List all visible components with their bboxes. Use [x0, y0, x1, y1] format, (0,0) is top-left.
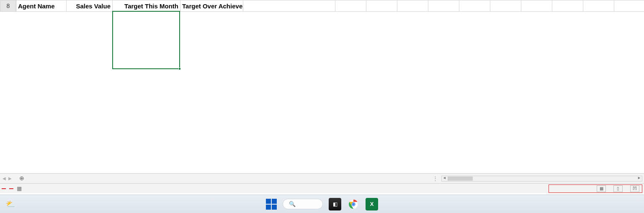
cell-empty[interactable]: [490, 0, 521, 12]
new-sheet-button[interactable]: ⊕: [14, 174, 29, 183]
weather-icon: ⛅: [6, 200, 15, 209]
weather-widget[interactable]: ⛅: [0, 200, 18, 209]
cell-empty[interactable]: [583, 0, 614, 12]
status-bar: ▦ ▦ ▯ 凹: [0, 183, 644, 193]
taskbar-search[interactable]: 🔍: [283, 199, 323, 209]
sheet-tab-bar: ◀ ▶ ⊕ ⋮: [0, 173, 644, 183]
horizontal-scrollbar[interactable]: [441, 176, 642, 182]
cell-empty[interactable]: [552, 0, 583, 12]
cell-empty[interactable]: [397, 0, 428, 12]
cell-E8[interactable]: [243, 0, 335, 12]
excel-icon[interactable]: X: [366, 198, 378, 210]
fill-handle[interactable]: [178, 68, 181, 70]
cell-empty[interactable]: [335, 0, 366, 12]
cell-empty[interactable]: [366, 0, 397, 12]
status-stats: ▦ ▯ 凹: [549, 184, 642, 193]
start-button[interactable]: [266, 199, 277, 210]
macro-record-icon[interactable]: ▦: [17, 185, 22, 192]
status-ready: [2, 188, 6, 189]
view-normal-icon[interactable]: ▦: [597, 185, 606, 192]
task-view-icon[interactable]: ◧: [329, 198, 341, 210]
cell-A8[interactable]: Agent Name: [16, 0, 67, 12]
selection-outline: [112, 11, 180, 69]
cell-empty[interactable]: [428, 0, 459, 12]
status-numlock: [9, 188, 13, 189]
windows-taskbar: ⛅ 🔍 ◧ X: [0, 195, 644, 213]
cell-D8[interactable]: Target Over Achieved: [180, 0, 243, 12]
cell-empty[interactable]: [459, 0, 490, 12]
tab-splitter[interactable]: ⋮: [433, 175, 438, 182]
search-icon: 🔍: [289, 201, 296, 207]
view-pagelayout-icon[interactable]: ▯: [613, 185, 623, 192]
tab-next-icon[interactable]: ▶: [8, 176, 12, 181]
cell-B8[interactable]: Sales Value: [67, 0, 113, 12]
row-header[interactable]: 8: [0, 0, 16, 12]
worksheet-grid[interactable]: 8Agent NameSales ValueTarget This MonthT…: [0, 0, 644, 173]
tab-prev-icon[interactable]: ◀: [3, 176, 6, 181]
tab-nav: ◀ ▶: [0, 174, 14, 183]
cell-empty[interactable]: [521, 0, 552, 12]
cells-table[interactable]: 8Agent NameSales ValueTarget This MonthT…: [0, 0, 644, 12]
svg-point-4: [352, 203, 355, 205]
view-pagebreak-icon[interactable]: 凹: [630, 185, 639, 192]
chrome-icon[interactable]: [347, 198, 360, 210]
cell-C8[interactable]: Target This Month: [113, 0, 180, 12]
cell-empty[interactable]: [614, 0, 644, 12]
